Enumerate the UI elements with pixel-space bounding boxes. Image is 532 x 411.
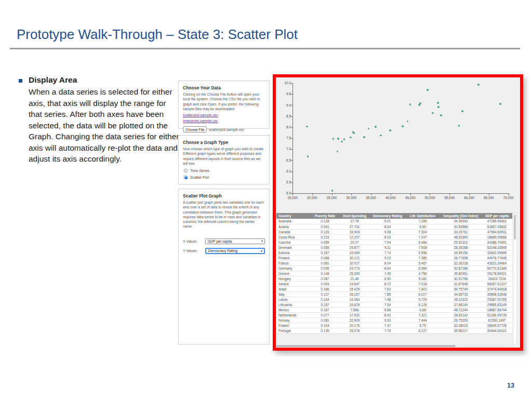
- sample-csv-link[interactable]: scatterplot-sample.csv: [183, 113, 265, 118]
- y-tick-mark: [291, 182, 292, 183]
- table-cell: 35.56217: [440, 328, 482, 333]
- table-cell: 30.91766: [440, 276, 482, 281]
- scatter-point: [337, 151, 339, 153]
- x-tick-label: 30,000: [343, 196, 360, 200]
- y-tick-mark: [291, 160, 292, 161]
- table-cell: 35.11523: [440, 297, 482, 302]
- table-cell: 33.15761: [440, 229, 482, 234]
- y-tick-mark: [291, 138, 292, 139]
- sample-csv-link[interactable]: timeseries-sample.csv: [183, 118, 265, 124]
- table-cell: 18887.56744: [482, 307, 512, 312]
- y-tick-label: 5.0: [280, 191, 291, 195]
- radio-option-scatter-plot[interactable]: Scatter Plot: [184, 176, 265, 179]
- y-values-select[interactable]: Democracy Rating ▾: [205, 248, 265, 254]
- table-cell: 24.773: [339, 266, 370, 271]
- table-cell: Germany: [276, 266, 311, 271]
- table-row: Canada0.12616.9039.087.30433.1576147564.…: [276, 229, 512, 234]
- table-row: Germany0.09524.7738.646.98430.8718650770…: [276, 266, 512, 271]
- x-tick-label: 15,000: [284, 196, 301, 200]
- table-cell: Estonia: [276, 250, 311, 255]
- table-cell: 19.647: [339, 281, 370, 286]
- table-cell: 6.126: [405, 302, 440, 307]
- scatter-point: [458, 125, 460, 127]
- scatter-point: [477, 84, 480, 86]
- x-tick-mark: [449, 194, 450, 195]
- table-header-cell: Govt Spending: [339, 213, 370, 219]
- table-cell: 9.08: [370, 229, 405, 234]
- radio-icon[interactable]: [184, 176, 188, 179]
- x-tick-mark: [292, 194, 293, 195]
- table-cell: 7.47: [370, 323, 405, 328]
- table-cell: Czechia: [276, 240, 311, 245]
- table-row: Netherlands0.07717.9328.927.32128.631425…: [276, 312, 512, 317]
- table-cell: 0.148: [311, 271, 339, 276]
- y-axis-line: [292, 83, 293, 194]
- table-cell: 25.92322: [440, 240, 482, 245]
- graph-type-radio-group: Time SeriesScatter Plot: [183, 169, 265, 179]
- y-tick-label: 10.0: [280, 81, 291, 85]
- table-cell: 7.289: [405, 219, 440, 224]
- choose-data-body: Clicking on the Choose File button will …: [183, 92, 265, 111]
- x-values-select[interactable]: GDP per capita ▾: [205, 238, 265, 244]
- table-cell: 5.127: [405, 328, 440, 333]
- slide: Prototype Walk-Through – State 3: Scatte…: [0, 0, 532, 411]
- table-cell: 21.46: [339, 276, 370, 281]
- table-cell: 8.03: [370, 234, 405, 240]
- y-tick-mark: [291, 94, 292, 95]
- choose-file-button[interactable]: Choose File: [183, 126, 207, 132]
- table-cell: 7.385: [405, 255, 440, 260]
- note-body: When a data series is selected for eithe…: [29, 86, 180, 165]
- table-cell: 0.186: [311, 286, 339, 291]
- table-cell: 39.75749: [440, 286, 482, 291]
- radio-icon[interactable]: [184, 169, 188, 173]
- table-cell: Denmark: [276, 245, 311, 250]
- x-tick-mark: [391, 194, 391, 195]
- table-cell: 28.63142: [440, 312, 482, 317]
- sample-links: scatterplot-sample.csvtimeseries-sample.…: [183, 113, 265, 123]
- table-row: Costa Rica0.21512.2078.037.24748.6336918…: [276, 234, 512, 240]
- table-cell: Australia: [276, 219, 311, 224]
- x-tick-label: 55,000: [441, 196, 458, 200]
- table-row: Norway0.08122.9099.937.44426.7526362390.…: [276, 317, 512, 323]
- table-cell: 18669.09668: [482, 234, 512, 240]
- table-cell: 26.75263: [440, 317, 482, 323]
- y-tick-label: 6.0: [280, 169, 291, 173]
- table-cell: 0.135: [311, 328, 339, 333]
- table-cell: 28178.69021: [482, 271, 512, 276]
- y-tick-label: 7.0: [280, 147, 291, 151]
- table-cell: 30444.60021: [482, 328, 512, 333]
- table-cell: 48.72244: [440, 307, 482, 312]
- table-cell: 7.79: [370, 328, 405, 333]
- table-cell: 58267.41227: [482, 281, 512, 286]
- table-vertical-scrollbar[interactable]: [513, 213, 517, 344]
- scatter-point: [343, 138, 345, 140]
- table-header-cell: Life Satisfaction: [405, 213, 440, 219]
- chevron-down-icon: ▾: [261, 240, 263, 243]
- vertical-scrollbar-thumb[interactable]: [514, 215, 516, 240]
- note-heading: Display Area: [29, 75, 77, 85]
- table-cell: 6.95: [405, 224, 440, 229]
- table-horizontal-scrollbar[interactable]: [276, 344, 512, 348]
- table-cell: 0.137: [311, 291, 339, 297]
- choose-data-panel: Choose Your Data Clicking on the Choose …: [178, 81, 270, 129]
- table-cell: Canada: [276, 229, 311, 234]
- scatter-point: [380, 135, 382, 137]
- horizontal-scrollbar-thumb[interactable]: [276, 345, 456, 347]
- table-cell: 8.92: [370, 312, 405, 317]
- table-cell: 17.932: [339, 312, 370, 317]
- scatter-point: [407, 121, 409, 123]
- radio-option-time-series[interactable]: Time Series: [184, 169, 265, 173]
- y-tick-mark: [291, 116, 292, 117]
- y-values-label: Y Values: [183, 249, 205, 253]
- x-tick-label: 50,000: [421, 196, 438, 200]
- table-cell: 6.90: [370, 276, 405, 281]
- x-tick-mark: [312, 194, 313, 195]
- table-cell: 25387.00765: [482, 297, 512, 302]
- table-cell: 35.80951: [440, 271, 482, 276]
- scatter-point: [437, 102, 439, 104]
- table-row: Finland0.06830.1219.037.38526.7769844976…: [276, 255, 512, 260]
- table-cell: 15.949: [339, 250, 370, 255]
- table-cell: 7.94: [370, 240, 405, 245]
- x-tick-mark: [332, 194, 332, 195]
- table-cell: 6.027: [405, 291, 440, 297]
